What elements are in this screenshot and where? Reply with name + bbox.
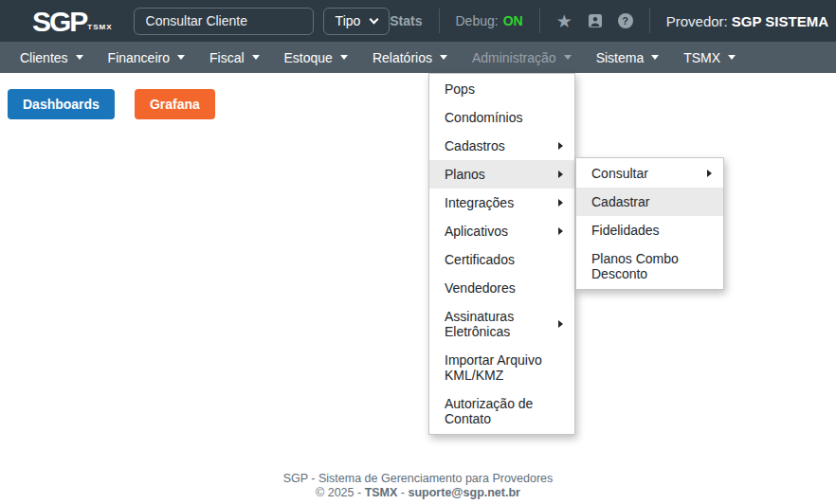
menu-item-vendedores[interactable]: Vendedores	[429, 274, 574, 302]
menu-item-label: Condomínios	[445, 110, 563, 125]
menu-item-label: Certificados	[445, 252, 563, 267]
nav-item-fiscal[interactable]: Fiscal	[197, 42, 272, 73]
submenu-item-label: Cadastrar	[591, 194, 712, 209]
divider	[649, 9, 650, 33]
menu-item-assinaturas-eletronicas[interactable]: Assinaturas Eletrônicas	[429, 302, 574, 346]
submenu-item-label: Fidelidades	[591, 223, 712, 238]
caret-down-icon	[651, 55, 659, 60]
nav-item-label: Relatórios	[373, 50, 432, 65]
caret-down-icon	[252, 55, 260, 60]
nav-item-label: Financeiro	[108, 50, 170, 65]
chevron-down-icon	[370, 15, 379, 25]
submenu-arrow-icon	[558, 227, 563, 235]
submenu-item-planos-combo-desconto[interactable]: Planos Combo Desconto	[576, 244, 723, 288]
debug-toggle[interactable]: ON	[503, 13, 523, 28]
submenu-item-label: Planos Combo Desconto	[591, 251, 712, 281]
menu-item-label: Integrações	[445, 195, 553, 210]
menu-item-planos[interactable]: Planos	[429, 160, 574, 189]
caret-down-icon	[340, 55, 348, 60]
divider	[539, 9, 540, 33]
submenu-arrow-icon	[558, 171, 563, 178]
submenu-arrow-icon	[707, 170, 712, 177]
nav-item-label: Estoque	[284, 50, 333, 65]
menu-item-label: Pops	[445, 81, 563, 97]
menu-item-label: Planos	[445, 167, 553, 182]
footer: SGP - Sistema de Gerenciamento para Prov…	[0, 472, 836, 500]
footer-brand: TSMX	[365, 486, 398, 499]
content-button-dashboards[interactable]: Dashboards	[8, 89, 115, 119]
debug-label: Debug:	[456, 13, 499, 28]
footer-copyright: © 2025 -	[316, 486, 361, 499]
menu-item-cadastros[interactable]: Cadastros	[429, 132, 574, 160]
nav-item-administracao[interactable]: Administração	[460, 42, 584, 73]
menu-item-integracoes[interactable]: Integrações	[429, 189, 574, 217]
star-icon[interactable]: ★	[556, 12, 572, 30]
menu-item-pops[interactable]: Pops	[429, 75, 574, 103]
administracao-dropdown-menu: Pops Condomínios Cadastros Planos Integr…	[428, 73, 575, 435]
app-window: SGP TSMX Tipo Stats Debug: ON ★	[0, 0, 836, 504]
caret-down-icon	[177, 55, 185, 60]
menu-item-label: Importar Arquivo KML/KMZ	[445, 352, 563, 383]
nav-item-label: Sistema	[596, 50, 645, 65]
nav-item-label: Fiscal	[209, 50, 245, 65]
stats-link[interactable]: Stats	[390, 13, 422, 28]
footer-line2: © 2025 - TSMX - suporte@sgp.net.br	[0, 486, 836, 500]
logo-sub-text: TSMX	[87, 23, 112, 31]
menu-item-certificados[interactable]: Certificados	[429, 245, 574, 274]
submenu-arrow-icon	[558, 142, 563, 150]
caret-down-icon	[728, 55, 736, 60]
logo-main-text: SGP	[32, 9, 86, 33]
nav-item-estoque[interactable]: Estoque	[272, 42, 360, 73]
main-nav: Clientes Financeiro Fiscal Estoque Relat…	[0, 42, 836, 73]
provider-label: Provedor:	[666, 13, 728, 29]
menu-item-label: Assinaturas Eletrônicas	[445, 309, 553, 339]
submenu-item-cadastrar[interactable]: Cadastrar	[576, 188, 723, 216]
footer-separator: -	[401, 486, 405, 499]
menu-item-aplicativos[interactable]: Aplicativos	[429, 217, 574, 245]
submenu-item-fidelidades[interactable]: Fidelidades	[576, 216, 723, 244]
nav-item-label: Administração	[472, 50, 556, 65]
menu-item-label: Cadastros	[445, 138, 553, 153]
provider-value: SGP SISTEMA	[732, 13, 828, 29]
planos-submenu: Consultar Cadastrar Fidelidades Planos C…	[575, 157, 724, 290]
help-icon[interactable]: ?	[618, 13, 633, 28]
nav-item-label: TSMX	[683, 50, 720, 65]
footer-email-link[interactable]: suporte@sgp.net.br	[409, 486, 520, 499]
menu-item-label: Vendedores	[445, 280, 563, 296]
footer-line1: SGP - Sistema de Gerenciamento para Prov…	[0, 472, 836, 486]
caret-down-icon	[76, 55, 83, 60]
menu-item-importar-arquivo-kml-kmz[interactable]: Importar Arquivo KML/KMZ	[429, 346, 574, 389]
caret-down-icon	[564, 55, 572, 60]
nav-item-tsmx[interactable]: TSMX	[671, 42, 748, 73]
nav-item-clientes[interactable]: Clientes	[8, 42, 96, 73]
menu-item-label: Aplicativos	[445, 224, 553, 239]
nav-item-relatorios[interactable]: Relatórios	[360, 42, 460, 73]
submenu-arrow-icon	[558, 320, 563, 328]
content-button-grafana[interactable]: Grafana	[135, 89, 215, 119]
tipo-select-value: Tipo	[336, 13, 361, 28]
divider	[439, 9, 440, 33]
top-header: SGP TSMX Tipo Stats Debug: ON ★	[0, 0, 836, 42]
header-right: Stats Debug: ON ★ ? Provedor:SGP SISTEMA	[390, 9, 836, 33]
nav-item-label: Clientes	[20, 50, 68, 65]
submenu-arrow-icon	[558, 199, 563, 207]
menu-item-autorizacao-de-contato[interactable]: Autorização de Contato	[429, 389, 574, 433]
caret-down-icon	[440, 55, 447, 60]
nav-item-sistema[interactable]: Sistema	[584, 42, 672, 73]
dashboard-buttons: Dashboards Grafana	[8, 89, 215, 119]
account-box-icon[interactable]	[588, 13, 603, 28]
tipo-select[interactable]: Tipo	[323, 8, 391, 35]
sgp-logo[interactable]: SGP TSMX	[32, 9, 113, 33]
submenu-item-label: Consultar	[591, 166, 701, 181]
submenu-item-consultar[interactable]: Consultar	[576, 159, 723, 188]
menu-item-label: Autorização de Contato	[445, 396, 563, 426]
nav-item-financeiro[interactable]: Financeiro	[96, 42, 197, 73]
search-input[interactable]	[134, 8, 314, 35]
provider-info: Provedor:SGP SISTEMA	[666, 13, 828, 29]
header-icons: ★ ?	[556, 12, 633, 30]
menu-item-condominios[interactable]: Condomínios	[429, 103, 574, 132]
